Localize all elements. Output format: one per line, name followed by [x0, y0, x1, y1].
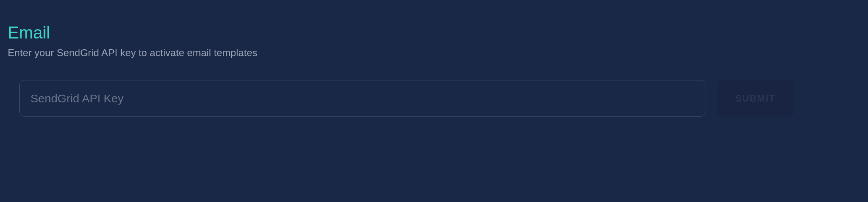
email-form-row: SUBMIT — [8, 80, 860, 117]
section-title: Email — [8, 23, 860, 42]
section-description: Enter your SendGrid API key to activate … — [8, 47, 860, 59]
sendgrid-api-key-input[interactable] — [19, 80, 705, 117]
submit-button[interactable]: SUBMIT — [717, 80, 794, 117]
